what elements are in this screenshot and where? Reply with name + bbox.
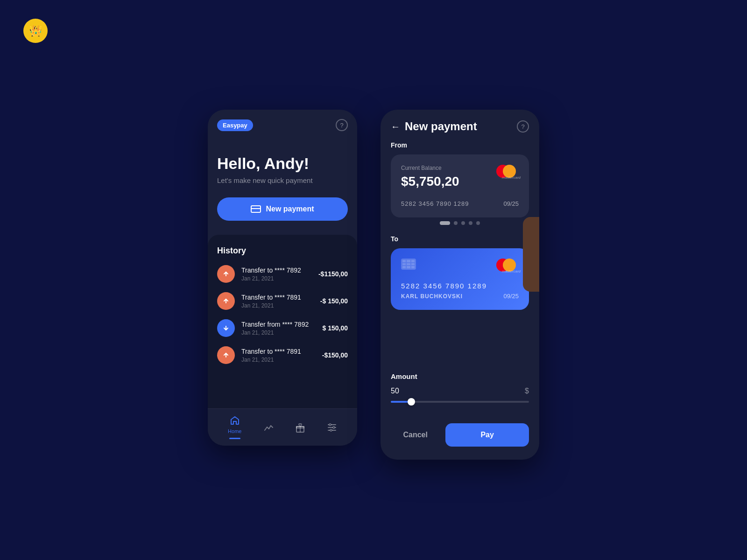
subtitle-text: Let's make new quick payment <box>217 176 348 184</box>
to-label: To <box>391 235 529 243</box>
history-item-details: Transfer to **** 7892 Jan 21, 2021 <box>241 266 312 282</box>
history-section: History Transfer to **** 7892 Jan 21, 20… <box>208 235 357 408</box>
to-card[interactable]: mastercard 5282 3456 7890 1289 KARL BUCH… <box>391 248 529 310</box>
nav-settings[interactable] <box>327 422 337 433</box>
blue-card-number: 5282 3456 7890 1289 <box>401 282 519 290</box>
history-item-date: Jan 21, 2021 <box>241 329 316 336</box>
transfer-icon-up <box>217 346 235 364</box>
list-item[interactable]: Transfer to **** 7892 Jan 21, 2021 -$115… <box>217 265 348 283</box>
history-item-title: Transfer to **** 7892 <box>241 266 312 274</box>
transfer-icon-up <box>217 292 235 310</box>
card-bottom-row: 5282 3456 7890 1289 09/25 <box>401 200 519 207</box>
dot-5 <box>476 221 480 225</box>
left-phone: Easypay ? Hello, Andy! Let's make new qu… <box>208 110 357 446</box>
screens-container: Easypay ? Hello, Andy! Let's make new qu… <box>208 110 539 460</box>
amount-currency: $ <box>525 387 529 395</box>
list-item[interactable]: Transfer to **** 7891 Jan 21, 2021 -$ 15… <box>217 292 348 310</box>
history-item-details: Transfer to **** 7891 Jan 21, 2021 <box>241 348 316 363</box>
mastercard-logo: mastercard <box>496 165 519 179</box>
blue-card-top: mastercard <box>401 259 519 273</box>
history-item-details: Transfer from **** 7892 Jan 21, 2021 <box>241 321 316 336</box>
card-holder-name: KARL BUCHKOVSKI <box>401 293 463 300</box>
list-item[interactable]: Transfer from **** 7892 Jan 21, 2021 $ 1… <box>217 319 348 337</box>
history-item-title: Transfer to **** 7891 <box>241 294 314 301</box>
mc-label: mastercard <box>502 269 521 273</box>
history-item-date: Jan 21, 2021 <box>241 357 316 363</box>
action-buttons: Cancel Pay <box>381 423 539 460</box>
new-payment-button[interactable]: New payment <box>217 197 348 221</box>
nav-home[interactable]: Home <box>228 415 241 439</box>
greeting-text: Hello, Andy! <box>217 154 348 173</box>
history-item-amount: -$ 150,00 <box>320 297 348 305</box>
card-dots-indicator <box>391 221 529 225</box>
history-item-amount: -$150,00 <box>322 351 348 359</box>
new-payment-label: New payment <box>266 205 314 213</box>
from-card[interactable]: Current Balance $5,750,20 mastercard 528… <box>391 154 529 217</box>
help-button-right[interactable]: ? <box>517 120 529 133</box>
pay-button[interactable]: Pay <box>445 423 529 447</box>
svg-point-6 <box>333 427 335 428</box>
transfer-icon-up <box>217 265 235 283</box>
blue-card-bottom: KARL BUCHKOVSKI 09/25 <box>401 293 519 300</box>
history-item-details: Transfer to **** 7891 Jan 21, 2021 <box>241 294 314 309</box>
right-phone: ← New payment ? From Current Balance $5,… <box>381 110 539 460</box>
history-item-title: Transfer from **** 7892 <box>241 321 316 328</box>
nav-home-label: Home <box>228 428 241 434</box>
dot-3 <box>461 221 465 225</box>
history-title: History <box>217 246 348 256</box>
page-title: New payment <box>405 120 477 133</box>
bottom-navigation: Home <box>208 408 357 446</box>
balance-label: Current Balance <box>401 165 459 171</box>
nav-gift[interactable] <box>295 422 305 433</box>
amount-label: Amount <box>391 372 529 380</box>
card-number: 5282 3456 7890 1289 <box>401 200 469 207</box>
slider-thumb[interactable] <box>408 398 415 406</box>
dot-4 <box>469 221 472 225</box>
brand-badge: Easypay <box>217 119 253 131</box>
transfer-icon-down <box>217 319 235 337</box>
back-button[interactable]: ← New payment <box>391 120 477 133</box>
dot-2 <box>454 221 458 225</box>
card-chip <box>401 259 416 270</box>
card-expiry: 09/25 <box>503 200 519 207</box>
history-item-amount: $ 150,00 <box>323 324 348 332</box>
app-logo: 👑 👑 <box>23 19 48 43</box>
amount-value: 50 <box>391 387 399 395</box>
active-indicator <box>229 438 240 439</box>
right-header: ← New payment ? <box>381 110 539 141</box>
amount-slider[interactable] <box>391 401 529 403</box>
peeking-card <box>523 217 539 292</box>
list-item[interactable]: Transfer to **** 7891 Jan 21, 2021 -$150… <box>217 346 348 364</box>
left-header: Easypay ? <box>208 110 357 136</box>
back-arrow-icon: ← <box>391 121 400 132</box>
card-top-row: Current Balance $5,750,20 mastercard <box>401 165 519 189</box>
history-item-date: Jan 21, 2021 <box>241 302 314 309</box>
balance-amount: $5,750,20 <box>401 174 459 189</box>
cancel-button[interactable]: Cancel <box>391 423 440 447</box>
amount-section: Amount 50 $ <box>381 372 539 423</box>
history-item-title: Transfer to **** 7891 <box>241 348 316 355</box>
history-item-amount: -$1150,00 <box>318 270 348 278</box>
help-button-left[interactable]: ? <box>336 119 348 131</box>
amount-row: 50 $ <box>391 387 529 395</box>
mc-label: mastercard <box>502 175 521 180</box>
hero-section: Hello, Andy! Let's make new quick paymen… <box>208 136 357 235</box>
from-label: From <box>391 141 529 149</box>
right-content: From Current Balance $5,750,20 mastercar… <box>381 141 539 372</box>
nav-chart[interactable] <box>263 422 274 433</box>
svg-point-7 <box>330 429 332 431</box>
svg-point-5 <box>329 424 331 426</box>
dot-1 <box>440 221 450 225</box>
mastercard-logo-blue: mastercard <box>496 259 519 273</box>
blue-card-expiry: 09/25 <box>503 293 519 300</box>
history-item-date: Jan 21, 2021 <box>241 275 312 282</box>
card-icon <box>251 205 261 213</box>
